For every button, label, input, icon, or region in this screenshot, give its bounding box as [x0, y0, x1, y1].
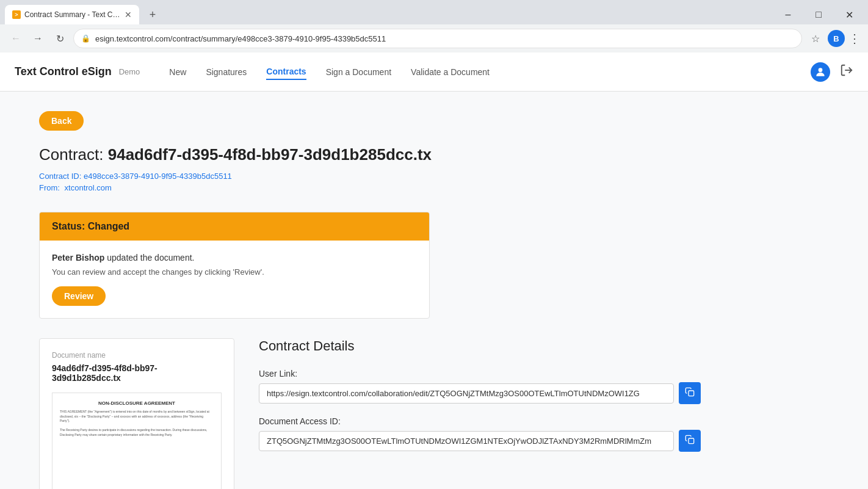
brand-demo: Demo	[119, 67, 140, 76]
doc-thumbnail: NON-DISCLOSURE AGREEMENT THIS AGREEMENT …	[52, 393, 222, 489]
tab-close-button[interactable]: ✕	[125, 10, 132, 20]
svg-rect-2	[689, 391, 694, 396]
nav-link-validate[interactable]: Validate a Document	[411, 65, 490, 79]
doc-access-id-row: Document Access ID: ZTQ5OGNjZTMtMzg3OS00…	[259, 416, 829, 452]
contract-details: Contract Details User Link: https://esig…	[259, 338, 829, 464]
status-message: Peter Bishop updated the document.	[52, 253, 417, 263]
reload-button[interactable]: ↻	[51, 30, 68, 47]
user-avatar[interactable]	[811, 62, 830, 82]
doc-access-id-label: Document Access ID:	[259, 416, 829, 426]
review-button[interactable]: Review	[52, 286, 106, 306]
browser-toolbar: ← → ↻ 🔒 esign.textcontrol.com/contract/s…	[0, 24, 868, 53]
status-subtext: You can review and accept the changes by…	[52, 267, 417, 277]
app-container: Text Control eSign Demo New Signatures C…	[0, 53, 868, 489]
toolbar-right: ☆ B ⋮	[807, 30, 861, 47]
svg-point-0	[819, 68, 823, 72]
doc-thumb-title: NON-DISCLOSURE AGREEMENT	[98, 400, 175, 406]
doc-preview: Document name 94ad6df7-d395-4f8d-bb97-3d…	[39, 338, 234, 489]
browser-titlebar: > Contract Summary - Text Contro… ✕ + – …	[0, 0, 868, 24]
user-link-row: User Link: https://esign.textcontrol.com…	[259, 369, 829, 404]
tab-favicon: >	[12, 10, 21, 19]
from-value: xtcontrol.com	[65, 183, 112, 192]
nav-links: New Signatures Contracts Sign a Document…	[169, 64, 811, 80]
bottom-section: Document name 94ad6df7-d395-4f8d-bb97-3d…	[39, 338, 829, 489]
lock-icon: 🔒	[81, 34, 90, 43]
tab-title: Contract Summary - Text Contro…	[24, 10, 121, 19]
contract-title: Contract: 94ad6df7-d395-4f8d-bb97-3d9d1b…	[39, 145, 829, 164]
address-bar[interactable]: 🔒 esign.textcontrol.com/contract/summary…	[73, 29, 802, 48]
contract-details-title: Contract Details	[259, 338, 829, 354]
back-nav-button[interactable]: ←	[7, 30, 24, 47]
doc-thumb-body: THIS AGREEMENT (the "Agreement") is ente…	[60, 410, 214, 437]
doc-access-id-copy-button[interactable]	[679, 430, 701, 452]
back-button[interactable]: Back	[39, 111, 84, 131]
close-button[interactable]: ✕	[835, 5, 863, 24]
top-nav: Text Control eSign Demo New Signatures C…	[0, 53, 868, 92]
nav-link-signatures[interactable]: Signatures	[206, 65, 247, 79]
from-label: From:	[39, 183, 60, 192]
nav-link-sign[interactable]: Sign a Document	[326, 65, 391, 79]
from-line: From: xtcontrol.com	[39, 183, 829, 192]
browser-menu-button[interactable]: ⋮	[848, 31, 861, 46]
minimize-button[interactable]: –	[774, 5, 802, 24]
nav-link-contracts[interactable]: Contracts	[266, 64, 306, 80]
copy-icon-2	[685, 435, 695, 447]
contract-id-label: Contract ID:	[39, 172, 81, 181]
status-section: Status: Changed Peter Bishop updated the…	[39, 212, 430, 319]
nav-link-new[interactable]: New	[169, 65, 186, 79]
browser-tab[interactable]: > Contract Summary - Text Contro… ✕	[5, 5, 139, 24]
doc-access-id-input-row: ZTQ5OGNjZTMtMzg3OS00OTEwLTlmOTUtNDMzOWI1…	[259, 430, 829, 452]
user-link-input[interactable]: https://esign.textcontrol.com/collaborat…	[259, 383, 674, 404]
brand-name: Text Control eSign	[15, 65, 112, 78]
url-text: esign.textcontrol.com/contract/summary/e…	[95, 34, 794, 43]
status-header: Status: Changed	[40, 212, 429, 241]
doc-name-label: Document name	[52, 351, 222, 360]
status-person: Peter Bishop	[52, 253, 104, 263]
copy-icon	[685, 387, 695, 399]
main-content: Back Contract: 94ad6df7-d395-4f8d-bb97-3…	[0, 92, 868, 489]
doc-filename: 94ad6df7-d395-4f8d-bb97-3d9d1b285dcc.tx	[52, 363, 222, 383]
user-link-label: User Link:	[259, 369, 829, 379]
browser-frame: > Contract Summary - Text Contro… ✕ + – …	[0, 0, 868, 53]
svg-rect-3	[689, 438, 694, 444]
contract-id-line: Contract ID: e498cce3-3879-4910-9f95-433…	[39, 172, 829, 181]
maximize-button[interactable]: □	[805, 5, 833, 24]
doc-access-id-input[interactable]: ZTQ5OGNjZTMtMzg3OS00OTEwLTlmOTUtNDMzOWI1…	[259, 431, 674, 451]
new-tab-button[interactable]: +	[144, 6, 161, 23]
contract-name: 94ad6df7-d395-4f8d-bb97-3d9d1b285dcc.tx	[108, 145, 432, 164]
status-action: updated the document.	[104, 253, 194, 263]
contract-id-value: e498cce3-3879-4910-9f95-4339b5dc5511	[84, 172, 232, 181]
bookmark-button[interactable]: ☆	[807, 30, 824, 47]
profile-icon[interactable]: B	[828, 30, 845, 47]
forward-nav-button[interactable]: →	[29, 30, 46, 47]
user-link-input-row: https://esign.textcontrol.com/collaborat…	[259, 382, 829, 404]
window-controls: – □ ✕	[774, 5, 863, 24]
brand: Text Control eSign Demo	[15, 65, 140, 78]
user-link-copy-button[interactable]	[679, 382, 701, 404]
nav-right	[811, 62, 853, 82]
logout-button[interactable]	[840, 63, 853, 80]
status-body: Peter Bishop updated the document. You c…	[40, 241, 429, 318]
contract-title-prefix: Contract:	[39, 145, 108, 164]
